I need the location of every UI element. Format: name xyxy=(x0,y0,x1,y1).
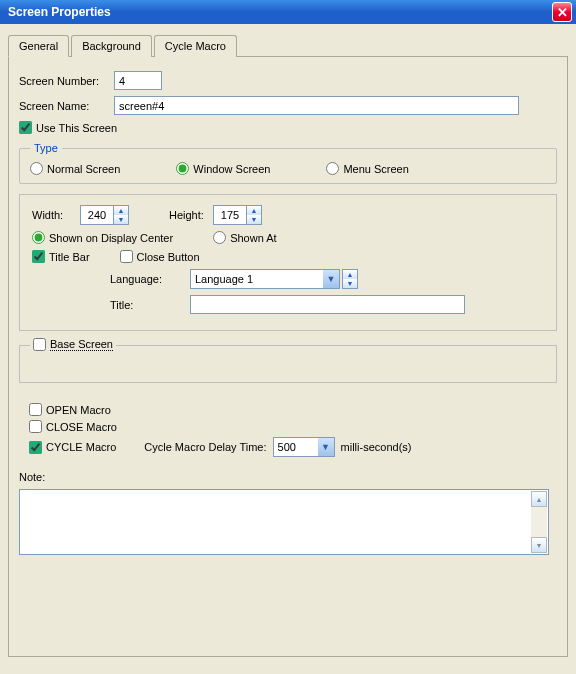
use-this-screen-checkbox[interactable]: Use This Screen xyxy=(19,121,117,134)
title-bar: Screen Properties ✕ xyxy=(0,0,576,24)
language-spin-up[interactable]: ▲ xyxy=(343,270,357,279)
radio-window-screen[interactable]: Window Screen xyxy=(176,162,270,175)
width-spinner[interactable]: ▲ ▼ xyxy=(80,205,129,225)
shown-at-label: Shown At xyxy=(230,232,276,244)
title-bar-checkbox[interactable]: Title Bar xyxy=(32,250,90,263)
screen-number-label: Screen Number: xyxy=(19,75,114,87)
use-this-screen-label: Use This Screen xyxy=(36,122,117,134)
tab-panel-general: Screen Number: Screen Name: Use This Scr… xyxy=(8,57,568,657)
screen-name-label: Screen Name: xyxy=(19,100,114,112)
language-value: Language 1 xyxy=(191,273,323,285)
cycle-macro-checkbox[interactable]: CYCLE Macro xyxy=(29,441,116,454)
height-label: Height: xyxy=(169,209,213,221)
open-macro-checkbox[interactable]: OPEN Macro xyxy=(29,403,111,416)
radio-shown-center[interactable]: Shown on Display Center xyxy=(32,231,173,244)
close-button-checkbox[interactable]: Close Button xyxy=(120,250,200,263)
height-input[interactable] xyxy=(214,207,246,223)
language-spin-down[interactable]: ▼ xyxy=(343,279,357,288)
window-screen-label: Window Screen xyxy=(193,163,270,175)
tab-general[interactable]: General xyxy=(8,35,69,57)
width-spin-down[interactable]: ▼ xyxy=(114,215,128,224)
height-spinner[interactable]: ▲ ▼ xyxy=(213,205,262,225)
radio-shown-at[interactable]: Shown At xyxy=(213,231,276,244)
height-spin-down[interactable]: ▼ xyxy=(247,215,261,224)
note-scrollbar[interactable]: ▴ ▾ xyxy=(531,491,547,553)
base-screen-group: Base Screen xyxy=(19,345,557,383)
cycle-delay-value: 500 xyxy=(274,441,318,453)
shown-center-label: Shown on Display Center xyxy=(49,232,173,244)
type-legend: Type xyxy=(30,142,62,154)
title-label: Title: xyxy=(110,299,190,311)
radio-menu-screen[interactable]: Menu Screen xyxy=(326,162,408,175)
tab-strip: General Background Cycle Macro xyxy=(8,34,568,57)
type-group: Type Normal Screen Window Screen Menu Sc… xyxy=(19,142,557,184)
ms-label: milli-second(s) xyxy=(341,441,412,453)
title-bar-label: Title Bar xyxy=(49,251,90,263)
radio-normal-screen[interactable]: Normal Screen xyxy=(30,162,120,175)
cycle-macro-label: CYCLE Macro xyxy=(46,441,116,453)
close-icon: ✕ xyxy=(557,5,568,20)
tab-cycle-macro[interactable]: Cycle Macro xyxy=(154,35,237,57)
menu-screen-label: Menu Screen xyxy=(343,163,408,175)
screen-name-input[interactable] xyxy=(114,96,519,115)
window-settings-group: Width: ▲ ▼ Height: ▲ ▼ xyxy=(19,194,557,331)
screen-number-input[interactable] xyxy=(114,71,162,90)
width-spin-up[interactable]: ▲ xyxy=(114,206,128,215)
width-input[interactable] xyxy=(81,207,113,223)
window-close-button[interactable]: ✕ xyxy=(552,2,572,22)
cycle-delay-select[interactable]: 500 ▼ xyxy=(273,437,335,457)
close-macro-checkbox[interactable]: CLOSE Macro xyxy=(29,420,117,433)
language-select[interactable]: Language 1 ▼ xyxy=(190,269,340,289)
chevron-down-icon[interactable]: ▼ xyxy=(323,270,339,288)
width-label: Width: xyxy=(32,209,80,221)
chevron-down-icon[interactable]: ▼ xyxy=(318,438,334,456)
normal-screen-label: Normal Screen xyxy=(47,163,120,175)
base-screen-checkbox[interactable]: Base Screen xyxy=(33,338,113,351)
language-label: Language: xyxy=(110,273,190,285)
tab-background[interactable]: Background xyxy=(71,35,152,57)
scroll-down-icon[interactable]: ▾ xyxy=(531,537,547,553)
height-spin-up[interactable]: ▲ xyxy=(247,206,261,215)
note-label: Note: xyxy=(19,471,45,483)
close-button-label: Close Button xyxy=(137,251,200,263)
scroll-up-icon[interactable]: ▴ xyxy=(531,491,547,507)
base-screen-label: Base Screen xyxy=(50,338,113,351)
open-macro-label: OPEN Macro xyxy=(46,404,111,416)
close-macro-label: CLOSE Macro xyxy=(46,421,117,433)
window-title: Screen Properties xyxy=(8,5,111,19)
note-textarea[interactable]: ▴ ▾ xyxy=(19,489,549,555)
cycle-delay-label: Cycle Macro Delay Time: xyxy=(144,441,266,453)
title-input[interactable] xyxy=(190,295,465,314)
